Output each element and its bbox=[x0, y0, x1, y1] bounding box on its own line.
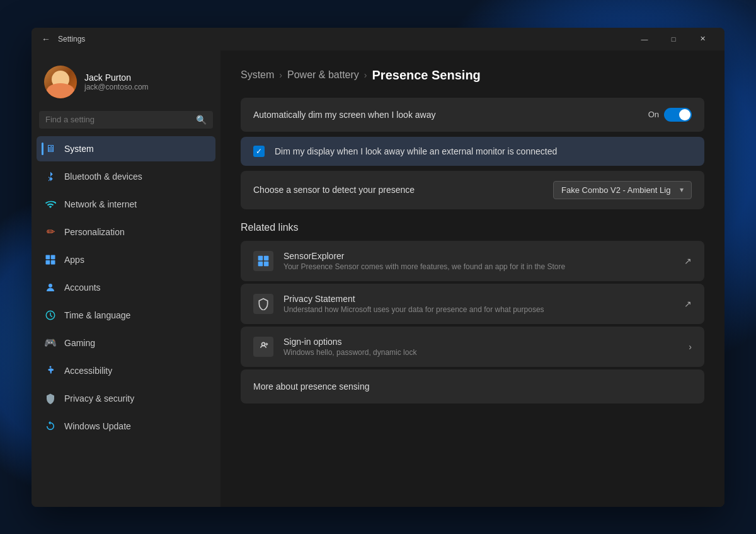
user-email: jack@contoso.com bbox=[84, 83, 208, 91]
sign-in-card[interactable]: Sign-in options Windows hello, password,… bbox=[241, 327, 704, 367]
breadcrumb-system[interactable]: System bbox=[241, 69, 274, 81]
svg-point-4 bbox=[49, 284, 52, 287]
sign-in-chevron-icon: › bbox=[689, 342, 692, 352]
sign-in-icon bbox=[253, 337, 273, 357]
sensor-label: Choose a sensor to detect your presence bbox=[253, 185, 415, 195]
search-box[interactable]: 🔍 bbox=[39, 111, 213, 129]
sidebar-item-apps[interactable]: Apps bbox=[37, 247, 215, 272]
more-about-label: More about presence sensing bbox=[253, 381, 369, 392]
auto-dim-toggle-label: On bbox=[648, 110, 659, 119]
sidebar-item-accounts[interactable]: Accounts bbox=[37, 275, 215, 300]
privacy-statement-content: Privacy Statement Understand how Microso… bbox=[284, 294, 674, 314]
sensor-explorer-desc: Your Presence Sensor comes with more fea… bbox=[284, 262, 674, 271]
time-icon bbox=[44, 309, 57, 322]
dropdown-arrow-icon: ▾ bbox=[680, 185, 684, 194]
close-button[interactable]: ✕ bbox=[688, 29, 717, 49]
maximize-icon: □ bbox=[672, 35, 676, 43]
svg-rect-3 bbox=[51, 260, 55, 264]
privacy-statement-external-icon: ↗ bbox=[684, 299, 692, 309]
sidebar: Jack Purton jack@contoso.com 🔍 🖥 System bbox=[32, 50, 220, 507]
svg-rect-7 bbox=[258, 255, 263, 260]
sidebar-item-bluetooth[interactable]: Bluetooth & devices bbox=[37, 164, 215, 189]
personalization-icon: ✏ bbox=[44, 226, 57, 238]
sensor-dropdown-value: Fake Combo V2 - Ambient Lig bbox=[561, 185, 670, 195]
system-icon: 🖥 bbox=[44, 142, 57, 155]
privacy-icon bbox=[44, 392, 57, 405]
network-icon bbox=[44, 198, 57, 211]
privacy-statement-card[interactable]: Privacy Statement Understand how Microso… bbox=[241, 284, 704, 324]
accessibility-icon bbox=[44, 364, 57, 377]
minimize-icon: — bbox=[641, 35, 648, 43]
accounts-icon bbox=[44, 281, 57, 294]
auto-dim-label: Automatically dim my screen when I look … bbox=[253, 110, 435, 120]
user-info: Jack Purton jack@contoso.com bbox=[84, 73, 208, 91]
sidebar-label-bluetooth: Bluetooth & devices bbox=[64, 171, 142, 182]
auto-dim-row: Automatically dim my screen when I look … bbox=[241, 98, 704, 132]
sensor-explorer-card[interactable]: SensorExplorer Your Presence Sensor come… bbox=[241, 241, 704, 281]
sidebar-item-accessibility[interactable]: Accessibility bbox=[37, 358, 215, 383]
toggle-thumb bbox=[679, 109, 690, 120]
breadcrumb-power[interactable]: Power & battery bbox=[287, 69, 359, 81]
sidebar-item-personalization[interactable]: ✏ Personalization bbox=[37, 219, 215, 245]
sidebar-label-system: System bbox=[64, 144, 94, 154]
window-title: Settings bbox=[58, 35, 85, 44]
sensor-explorer-external-icon: ↗ bbox=[684, 256, 692, 266]
update-icon bbox=[44, 420, 57, 432]
privacy-statement-icon bbox=[253, 294, 273, 314]
sensor-explorer-content: SensorExplorer Your Presence Sensor come… bbox=[284, 251, 674, 271]
privacy-statement-title: Privacy Statement bbox=[284, 294, 674, 304]
settings-window: ← Settings — □ ✕ bbox=[32, 28, 724, 507]
sign-in-desc: Windows hello, password, dynamic lock bbox=[284, 348, 679, 357]
minimize-button[interactable]: — bbox=[630, 29, 659, 49]
svg-rect-10 bbox=[264, 261, 269, 266]
maximize-button[interactable]: □ bbox=[659, 29, 688, 49]
search-icon: 🔍 bbox=[196, 115, 207, 125]
sign-in-content: Sign-in options Windows hello, password,… bbox=[284, 337, 679, 357]
breadcrumb: System › Power & battery › Presence Sens… bbox=[241, 68, 704, 83]
related-links-title: Related links bbox=[241, 222, 704, 233]
bluetooth-icon bbox=[44, 170, 57, 183]
titlebar-left: ← Settings bbox=[39, 32, 85, 47]
sidebar-item-update[interactable]: Windows Update bbox=[37, 414, 215, 439]
auto-dim-toggle-group: On bbox=[648, 108, 692, 122]
auto-dim-toggle[interactable] bbox=[664, 108, 692, 122]
svg-point-6 bbox=[50, 366, 52, 368]
titlebar-controls: — □ ✕ bbox=[630, 29, 717, 49]
sensor-explorer-icon bbox=[253, 251, 273, 271]
external-monitor-label: Dim my display when I look away while an… bbox=[275, 146, 557, 156]
svg-rect-9 bbox=[258, 261, 263, 266]
svg-rect-0 bbox=[46, 255, 50, 259]
sidebar-item-gaming[interactable]: 🎮 Gaming bbox=[37, 330, 215, 356]
external-monitor-checkbox[interactable]: ✓ bbox=[253, 146, 265, 157]
more-about-card[interactable]: More about presence sensing bbox=[241, 369, 704, 403]
breadcrumb-sep-1: › bbox=[279, 70, 282, 80]
svg-rect-2 bbox=[46, 260, 50, 264]
sidebar-label-time: Time & language bbox=[64, 310, 130, 320]
sidebar-label-privacy: Privacy & security bbox=[64, 393, 134, 403]
sidebar-label-network: Network & internet bbox=[64, 199, 137, 209]
sensor-explorer-title: SensorExplorer bbox=[284, 251, 674, 261]
sidebar-label-apps: Apps bbox=[64, 255, 84, 265]
search-input[interactable] bbox=[45, 115, 191, 124]
sidebar-item-system[interactable]: 🖥 System bbox=[37, 136, 215, 161]
sidebar-label-accessibility: Accessibility bbox=[64, 366, 112, 376]
gaming-icon: 🎮 bbox=[44, 337, 57, 349]
avatar bbox=[44, 66, 77, 98]
sidebar-item-privacy[interactable]: Privacy & security bbox=[37, 386, 215, 411]
privacy-statement-desc: Understand how Microsoft uses your data … bbox=[284, 305, 674, 314]
sensor-dropdown[interactable]: Fake Combo V2 - Ambient Lig ▾ bbox=[553, 181, 692, 199]
back-button[interactable]: ← bbox=[39, 32, 53, 47]
sidebar-item-network[interactable]: Network & internet bbox=[37, 192, 215, 217]
close-icon: ✕ bbox=[700, 35, 706, 43]
check-icon: ✓ bbox=[256, 147, 262, 156]
main-panel: System › Power & battery › Presence Sens… bbox=[220, 50, 724, 507]
breadcrumb-sep-2: › bbox=[364, 70, 367, 80]
sidebar-label-update: Windows Update bbox=[64, 421, 131, 431]
auto-dim-card: Automatically dim my screen when I look … bbox=[241, 98, 704, 132]
sidebar-item-time[interactable]: Time & language bbox=[37, 303, 215, 328]
titlebar: ← Settings — □ ✕ bbox=[32, 28, 724, 50]
external-monitor-row[interactable]: ✓ Dim my display when I look away while … bbox=[241, 137, 704, 166]
sidebar-label-accounts: Accounts bbox=[64, 282, 101, 293]
sidebar-label-gaming: Gaming bbox=[64, 338, 95, 348]
content-area: Jack Purton jack@contoso.com 🔍 🖥 System bbox=[32, 50, 724, 507]
